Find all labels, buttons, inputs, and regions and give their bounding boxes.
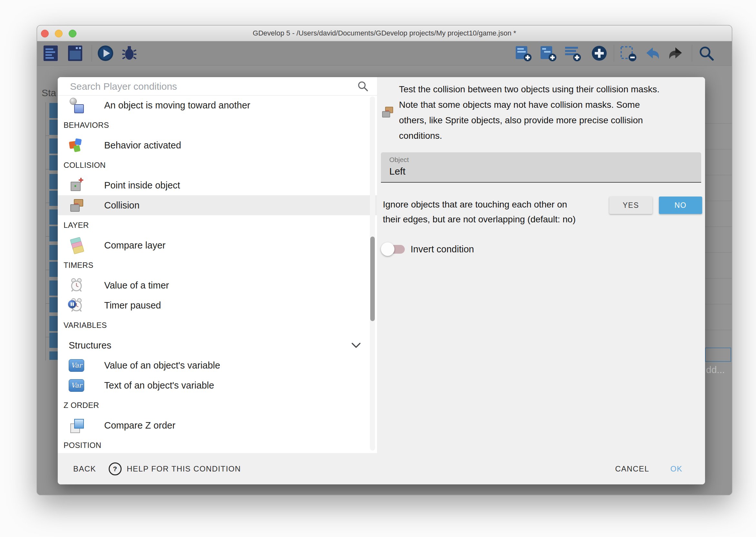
yes-button[interactable]: YES (609, 196, 653, 214)
collision-icon (381, 105, 394, 119)
list-section-header-collision: COLLISION (58, 155, 377, 175)
cancel-button[interactable]: CANCEL (615, 453, 649, 484)
background-event-blocks (49, 103, 58, 360)
scrollbar-thumb[interactable] (370, 236, 375, 321)
list-item-text-of-object-variable[interactable]: Var Text of an object's variable (58, 375, 377, 395)
toolbar-divider (692, 45, 692, 62)
chevron-down-icon (351, 342, 361, 350)
collision-icon (69, 197, 84, 213)
list-section-header-position: POSITION (58, 435, 377, 453)
list-section-header-timers: TIMERS (58, 255, 377, 275)
search-icon[interactable] (697, 44, 715, 62)
object-field[interactable]: Object Left (381, 152, 701, 183)
variable-icon: Var (69, 359, 84, 372)
scene-editor-icon[interactable] (66, 44, 84, 62)
object-field-label: Object (389, 156, 409, 164)
add-subevent-icon[interactable] (539, 44, 557, 62)
timer-paused-icon (69, 298, 84, 313)
invert-condition-label: Invert condition (411, 244, 474, 255)
list-item-label: Structures (69, 340, 111, 351)
behavior-icon (69, 138, 84, 153)
list-item-behavior-activated[interactable]: Behavior activated (58, 135, 377, 155)
z-order-icon (69, 418, 84, 433)
list-section-header-variables: VARIABLES (58, 315, 377, 335)
list-item-value-of-timer[interactable]: Value of a timer (58, 275, 377, 295)
minimize-window-button[interactable] (55, 30, 62, 37)
description-line: Note that some objects may not have coll… (399, 97, 660, 113)
variable-icon: Var (69, 379, 84, 392)
list-item-value-of-object-variable[interactable]: Var Value of an object's variable (58, 355, 377, 375)
conditions-list: An object is moving toward another BEHAV… (58, 95, 377, 453)
list-section-header-layer: LAYER (58, 215, 377, 235)
play-icon[interactable] (96, 44, 115, 62)
list-item-collision-selected[interactable]: Collision (58, 195, 377, 215)
list-scrollbar[interactable] (370, 97, 375, 450)
search-icon (357, 80, 369, 92)
description-line: others, like Sprite objects, also provid… (399, 113, 660, 128)
description-line: Test the collision between two objects u… (399, 82, 660, 97)
gdevelop-window: Sta dd... An object is moving tow (37, 25, 732, 495)
window-title: GDevelop 5 - /Users/david/Documents/GDev… (82, 25, 687, 41)
list-item-moving-toward[interactable]: An object is moving toward another (58, 95, 377, 115)
pause-icon (68, 300, 76, 308)
app-content: Sta dd... An object is moving tow (37, 41, 732, 495)
events-sheet-icon[interactable] (42, 44, 60, 62)
toolbar-divider (92, 45, 92, 62)
no-button[interactable]: NO (659, 196, 702, 214)
instruction-editor-dialog: An object is moving toward another BEHAV… (58, 77, 705, 484)
invert-condition-row: Invert condition (381, 240, 474, 258)
toggle-thumb[interactable] (381, 242, 395, 256)
redo-icon[interactable] (667, 44, 685, 62)
background-rows (705, 98, 732, 353)
search-bar (58, 77, 377, 96)
list-item-compare-layer[interactable]: Compare layer (58, 235, 377, 255)
background-add-label: dd... (706, 364, 725, 375)
dialog-footer: BACK ? HELP FOR THIS CONDITION CANCEL OK (58, 453, 705, 484)
background-tab-label: Sta (42, 87, 56, 99)
list-item-label: Compare Z order (104, 420, 175, 431)
list-item-label: An object is moving toward another (104, 100, 250, 111)
list-item-timer-paused[interactable]: Timer paused (58, 295, 377, 315)
description-line: conditions. (399, 128, 660, 144)
ok-button[interactable]: OK (670, 453, 682, 484)
timer-icon (69, 277, 84, 293)
list-section-header-z-order: Z ORDER (58, 395, 377, 415)
ignore-edges-row: Ignore objects that are touching each ot… (381, 196, 701, 231)
close-window-button[interactable] (41, 30, 49, 37)
add-event-icon[interactable] (514, 44, 533, 62)
help-button[interactable]: ? HELP FOR THIS CONDITION (109, 453, 241, 484)
conditions-panel: An object is moving toward another BEHAV… (58, 77, 377, 453)
list-item-label: Compare layer (104, 240, 166, 251)
list-item-compare-z-order[interactable]: Compare Z order (58, 415, 377, 435)
list-item-label: Point inside object (104, 180, 180, 191)
object-field-value: Left (389, 166, 405, 177)
invert-condition-toggle[interactable] (381, 242, 406, 256)
add-circle-icon[interactable] (590, 44, 608, 62)
list-item-label: Behavior activated (104, 140, 181, 151)
remove-selection-icon[interactable] (619, 44, 637, 62)
zoom-window-button[interactable] (69, 30, 76, 37)
list-item-label: Timer paused (104, 300, 161, 311)
list-item-label: Text of an object's variable (104, 380, 214, 391)
list-item-point-inside-object[interactable]: Point inside object (58, 175, 377, 195)
back-button[interactable]: BACK (73, 453, 96, 484)
ignore-edges-label: Ignore objects that are touching each ot… (383, 197, 576, 227)
moving-toward-icon (69, 98, 84, 113)
window-titlebar: GDevelop 5 - /Users/david/Documents/GDev… (37, 25, 732, 41)
toolbar-divider (614, 45, 614, 62)
main-toolbar (37, 41, 732, 66)
background-add-field (705, 348, 731, 362)
list-item-label: Collision (104, 200, 140, 211)
point-inside-icon (69, 178, 84, 193)
search-input[interactable] (69, 79, 348, 94)
list-item-label: Value of a timer (104, 280, 169, 291)
condition-detail-panel: Test the collision between two objects u… (377, 77, 705, 453)
add-comment-icon[interactable] (564, 44, 582, 62)
list-section-header-behaviors: BEHAVIORS (58, 115, 377, 135)
list-item-label: Value of an object's variable (104, 360, 220, 371)
list-item-structures-accordion[interactable]: Structures (58, 335, 377, 355)
help-icon: ? (109, 463, 122, 475)
undo-icon[interactable] (643, 44, 661, 62)
condition-description: Test the collision between two objects u… (399, 82, 660, 144)
debug-icon[interactable] (120, 44, 138, 62)
